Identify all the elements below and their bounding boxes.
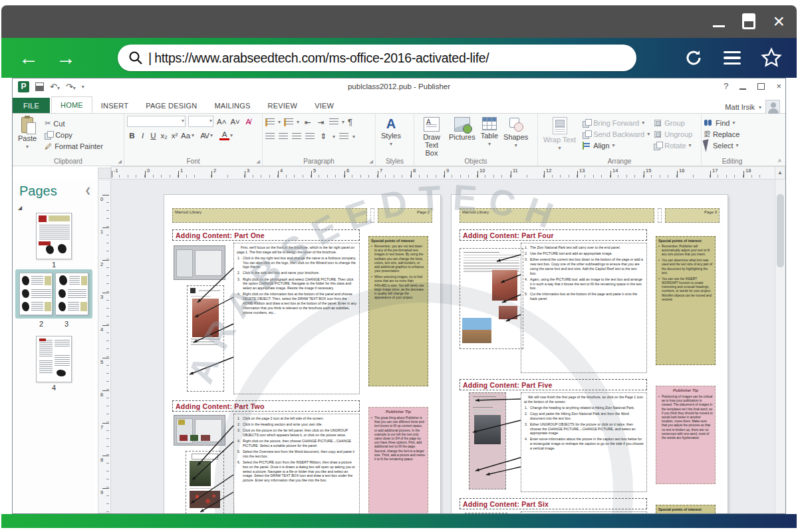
send-backward-button[interactable]: Send Backward▾	[583, 128, 650, 140]
replace-icon: abac	[704, 131, 710, 137]
tab-insert[interactable]: INSERT	[92, 98, 137, 113]
font-dialog-launcher[interactable]: ◢	[257, 159, 260, 164]
paragraph-dialog-launcher[interactable]: ◢	[370, 159, 373, 164]
page-thumbnail-4[interactable]: 4	[13, 336, 95, 392]
collapse-ribbon-icon[interactable]: ˄	[778, 158, 781, 164]
app-minimize-icon[interactable]	[739, 88, 746, 90]
maximize-icon[interactable]	[742, 13, 755, 29]
menu-icon[interactable]	[724, 48, 741, 68]
forward-button[interactable]: →	[56, 48, 76, 68]
align-left-icon[interactable]	[265, 133, 275, 140]
minimize-icon[interactable]	[713, 25, 725, 27]
bring-forward-button[interactable]: Bring Forward▾	[583, 117, 650, 128]
font-color-button[interactable]: A	[219, 130, 229, 140]
ruler-mark: 16	[677, 167, 710, 179]
scrollbar-thumb[interactable]	[777, 194, 784, 267]
pictures-button[interactable]: Pictures	[446, 116, 478, 142]
paragraph-group: ▾ ▾ ⇤ ⇥ ▾ ¶ ⇕▾ ▾ Paragraph ◢	[263, 114, 376, 166]
italic-button[interactable]: I	[138, 132, 148, 140]
tab-mailings[interactable]: MAILINGS	[205, 98, 259, 113]
document-page-right[interactable]: Marriott LibraryPage 3Adding Content: Pa…	[452, 195, 728, 513]
back-button[interactable]: ←	[19, 48, 39, 68]
styles-group: A Styles▾ Styles	[376, 114, 414, 166]
list-number: 6.	[237, 460, 243, 483]
help-icon[interactable]: ?	[724, 81, 728, 91]
grow-font-icon[interactable]: A˄	[216, 118, 227, 126]
replace-button[interactable]: abacReplace	[704, 128, 760, 140]
pages-panel: Pages ❮ ◢ 1	[13, 180, 95, 513]
ruler-mark: 3	[98, 293, 110, 325]
scroll-up-icon[interactable]: ▲	[775, 166, 785, 180]
selected-pages-highlight	[15, 269, 92, 319]
bullets-icon[interactable]	[265, 118, 275, 126]
numbering-icon[interactable]	[284, 118, 293, 126]
account-dropdown-icon[interactable]: ▾	[759, 104, 761, 110]
character-spacing-button[interactable]: AV	[200, 132, 209, 140]
sidebar-bullet: Remember, you are not tied down to any o…	[371, 245, 426, 274]
tab-review[interactable]: REVIEW	[259, 98, 307, 113]
horizontal-ruler: -10123456789101112131415161718	[111, 166, 776, 180]
avatar[interactable]	[765, 100, 780, 114]
font-size-select[interactable]	[188, 116, 213, 127]
list-item: 2.Click in the side text box and name yo…	[237, 271, 356, 275]
shapes-button[interactable]: Shapes▾	[501, 116, 531, 150]
page-thumbnail-1[interactable]: 1	[13, 213, 95, 269]
doc-section: Adding Content: Part SixLast, but not le…	[460, 498, 720, 513]
document-page-left[interactable]: Marriott LibraryPage 2Adding Content: Pa…	[164, 195, 440, 513]
show-paragraph-marks-icon[interactable]: ¶	[348, 117, 352, 127]
font-name-select[interactable]	[127, 116, 186, 127]
rotate-button[interactable]: Rotate▾	[654, 140, 692, 151]
sidebar-list: Remember, Publisher will automatically a…	[658, 245, 713, 302]
cut-button[interactable]: ✂Cut	[45, 118, 103, 129]
bookmark-star-icon[interactable]	[761, 47, 782, 68]
ungroup-button[interactable]: Ungroup	[654, 128, 692, 140]
decrease-indent-icon[interactable]: ⇤	[303, 118, 313, 127]
collapse-pages-panel-icon[interactable]: ❮	[85, 186, 91, 195]
vertical-scrollbar[interactable]	[775, 180, 785, 513]
superscript-button[interactable]: x²	[170, 132, 180, 140]
increase-indent-icon[interactable]: ⇥	[316, 118, 326, 127]
align-center-icon[interactable]	[279, 133, 288, 140]
find-button[interactable]: Find▾	[704, 117, 760, 128]
format-painter-button[interactable]: 🖉Format Painter	[45, 140, 103, 152]
bold-button[interactable]: B	[127, 132, 137, 140]
underline-button[interactable]: U	[148, 132, 158, 140]
paste-button[interactable]: Paste▾	[15, 116, 39, 152]
align-button[interactable]: Align▾	[583, 140, 650, 151]
url-bar[interactable]: | https://www.arabseedtech.com/ms-office…	[118, 45, 636, 71]
list-number: 3.	[524, 257, 530, 275]
draw-text-box-button[interactable]: Draw Text Box	[417, 116, 446, 158]
tab-page-design[interactable]: PAGE DESIGN	[137, 98, 205, 113]
change-case-button[interactable]: Aa	[180, 132, 191, 140]
app-close-icon[interactable]: ×	[776, 81, 781, 91]
ruler-mark: 9	[98, 488, 110, 513]
tab-file[interactable]: FILE	[13, 98, 50, 113]
app-maximize-icon[interactable]	[757, 83, 765, 90]
browser-titlebar: ×	[1, 5, 797, 38]
close-icon[interactable]: ×	[773, 13, 785, 30]
ruler-mark: 7	[98, 423, 110, 456]
copy-button[interactable]: Copy	[45, 129, 103, 140]
subscript-button[interactable]: x₂	[159, 132, 169, 140]
align-right-icon[interactable]	[292, 133, 301, 140]
columns-icon[interactable]	[329, 118, 338, 126]
tab-home[interactable]: HOME	[51, 96, 92, 113]
pages-sort-icon: ◢	[18, 205, 22, 211]
wrap-text-button[interactable]: Wrap Text▾	[541, 116, 579, 152]
shrink-font-icon[interactable]: A˅	[229, 118, 240, 126]
table-button[interactable]: Table▾	[478, 116, 501, 148]
shading-icon[interactable]	[339, 133, 348, 140]
clipboard-dialog-launcher[interactable]: ◢	[118, 159, 122, 164]
refresh-icon[interactable]	[684, 48, 704, 68]
clear-formatting-icon[interactable]: A̸	[243, 118, 253, 126]
styles-button[interactable]: A Styles▾	[378, 116, 404, 148]
page-thumbnail-2-3[interactable]: 2 3	[13, 269, 95, 328]
select-button[interactable]: Select▾	[704, 140, 760, 151]
ruler-mark: 15	[644, 167, 677, 179]
justify-icon[interactable]	[305, 133, 315, 140]
tab-view[interactable]: VIEW	[306, 98, 342, 113]
account-name[interactable]: Matt Irsik	[725, 103, 755, 111]
list-text: Copy and paste the Hiking Zion National …	[530, 412, 644, 421]
line-spacing-icon[interactable]: ⇕	[319, 132, 329, 141]
group-button[interactable]: Group	[654, 117, 692, 128]
